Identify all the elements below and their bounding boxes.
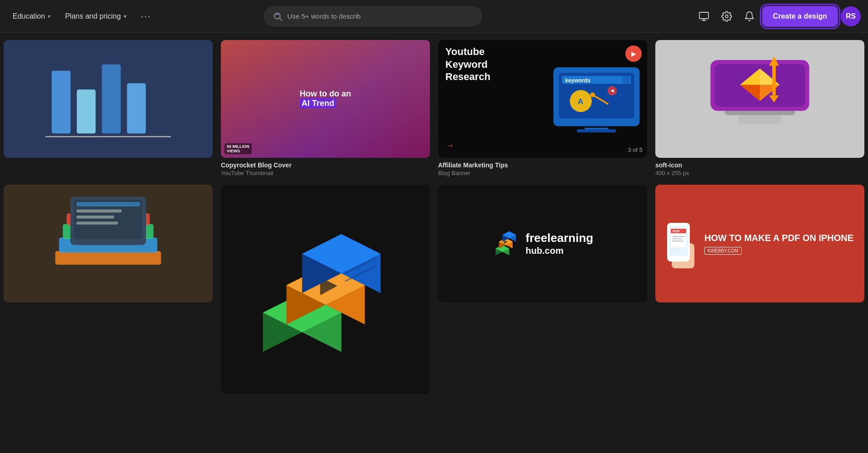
list-item[interactable]: PDF HOW TO MAKE A PDF ON IPHONE KWEBBY.C…	[652, 181, 868, 398]
play-button-icon: ▶	[625, 45, 642, 62]
nav-education-label: Education	[13, 12, 45, 20]
card-thumbnail: PDF HOW TO MAKE A PDF ON IPHONE KWEBBY.C…	[655, 185, 864, 302]
partial-chart-icon	[25, 52, 192, 146]
phone-svg: PDF	[663, 216, 699, 271]
card-thumbnail	[4, 185, 213, 302]
svg-text:keywords: keywords	[565, 77, 591, 84]
header: Education ▾ Plans and pricing ▾ ··· Use …	[0, 0, 868, 33]
affiliate-thumbnail: ▶ YoutubeKeywordResearch → 3 of 5	[438, 40, 647, 158]
avatar[interactable]: RS	[841, 6, 861, 26]
search-placeholder: Use 5+ words to describ	[287, 12, 360, 20]
svg-rect-3	[699, 12, 708, 19]
list-item[interactable]	[217, 181, 434, 398]
views-badge: 50 MILLIONVIEWS	[224, 143, 252, 154]
svg-text:A: A	[578, 97, 583, 106]
display-icon-button[interactable]	[694, 6, 714, 26]
pdf-content: HOW TO MAKE A PDF ON IPHONE KWEBBY.COM	[704, 232, 853, 255]
svg-rect-7	[52, 70, 70, 133]
card-thumbnail: How to do anAI Trend 50 MILLIONVIEWS	[221, 40, 430, 158]
svg-rect-73	[672, 236, 685, 237]
box-icon-thumbnail	[221, 185, 430, 394]
svg-line-1	[279, 18, 282, 20]
monitor-icon	[698, 11, 709, 22]
card-subtitle: 400 x 255 px	[655, 170, 864, 176]
svg-rect-10	[127, 83, 145, 133]
svg-text:PDF: PDF	[673, 229, 680, 233]
soft-icon-graphic	[666, 46, 854, 152]
pdf-heading: HOW TO MAKE A PDF ON IPHONE	[704, 232, 853, 243]
header-right: Create a design RS	[694, 6, 861, 27]
monitor-graphic: keywords A	[549, 64, 644, 134]
ai-trend-label: AI Trend	[300, 98, 336, 108]
svg-rect-9	[102, 64, 120, 133]
svg-rect-74	[672, 238, 682, 239]
affiliate-title: YoutubeKeywordResearch	[445, 45, 490, 83]
svg-point-2	[277, 14, 278, 15]
svg-rect-15	[577, 130, 616, 133]
list-item[interactable]: soft-icon 400 x 255 px	[652, 36, 868, 180]
list-item[interactable]: freelearning hub.com	[434, 181, 651, 398]
card-title: soft-icon	[655, 161, 864, 169]
freelearning-text: freelearning hub.com	[526, 231, 594, 256]
partial-thumbnail-2	[4, 185, 213, 302]
freelearning-logo-icon	[492, 230, 519, 257]
card-thumbnail: ▶ YoutubeKeywordResearch → 3 of 5	[438, 40, 647, 158]
svg-point-22	[590, 93, 595, 97]
svg-rect-43	[76, 216, 114, 219]
svg-rect-42	[76, 209, 122, 212]
nav-education[interactable]: Education ▾	[7, 9, 56, 24]
phone-illustration: PDF	[663, 216, 699, 271]
svg-rect-8	[77, 90, 95, 134]
main-content: How to do anAI Trend 50 MILLIONVIEWS Cop…	[0, 33, 868, 453]
ai-search-icon	[273, 11, 283, 21]
chevron-down-icon: ▾	[124, 13, 126, 20]
notifications-icon-button[interactable]	[739, 6, 759, 26]
list-item[interactable]	[0, 36, 216, 180]
blog-cover-text: How to do anAI Trend	[294, 84, 357, 114]
gear-icon	[721, 11, 732, 22]
pdf-site-label: KWEBBY.COM	[704, 247, 742, 255]
more-dots-label: ···	[141, 11, 151, 21]
svg-point-6	[725, 15, 728, 18]
nav-plans-label: Plans and pricing	[65, 12, 121, 20]
soft-icon-thumbnail	[655, 40, 864, 158]
card-subtitle: Blog Banner	[438, 170, 647, 176]
settings-icon-button[interactable]	[717, 6, 737, 26]
card-thumbnail	[655, 40, 864, 158]
card-thumbnail: freelearning hub.com	[438, 185, 647, 302]
card-thumbnail	[221, 185, 430, 394]
books-graphic	[14, 191, 202, 297]
card-title: Affiliate Marketing Tips	[438, 161, 647, 169]
list-item[interactable]: ▶ YoutubeKeywordResearch → 3 of 5	[434, 36, 651, 180]
svg-rect-24	[738, 115, 781, 124]
list-item[interactable]	[0, 181, 216, 398]
freelearning-line1: freelearning	[526, 231, 594, 245]
card-title: Copyrocket Blog Cover	[221, 161, 430, 169]
blog-cover-thumbnail: How to do anAI Trend 50 MILLIONVIEWS	[221, 40, 430, 158]
svg-point-18	[622, 76, 630, 84]
more-nav-button[interactable]: ···	[135, 7, 157, 25]
list-item[interactable]: How to do anAI Trend 50 MILLIONVIEWS Cop…	[217, 36, 434, 180]
slide-counter: 3 of 5	[628, 146, 643, 153]
box-stack-graphic	[247, 211, 404, 367]
bell-icon	[744, 11, 755, 22]
nav-plans-pricing[interactable]: Plans and pricing ▾	[60, 9, 132, 24]
svg-rect-44	[76, 221, 118, 225]
partial-thumbnail-1	[4, 40, 213, 158]
card-thumbnail	[4, 40, 213, 158]
search-bar[interactable]: Use 5+ words to describ	[264, 6, 482, 26]
svg-rect-41	[76, 202, 140, 206]
arrow-icon: →	[445, 140, 454, 151]
design-grid: How to do anAI Trend 50 MILLIONVIEWS Cop…	[0, 33, 868, 401]
freelearning-thumbnail: freelearning hub.com	[438, 185, 647, 302]
create-design-button[interactable]: Create a design	[762, 6, 838, 27]
svg-rect-35	[55, 251, 161, 265]
svg-rect-75	[672, 241, 683, 242]
card-subtitle: YouTube Thumbnail	[221, 170, 430, 176]
pdf-thumbnail: PDF HOW TO MAKE A PDF ON IPHONE KWEBBY.C…	[655, 185, 864, 302]
chevron-down-icon: ▾	[48, 13, 50, 20]
